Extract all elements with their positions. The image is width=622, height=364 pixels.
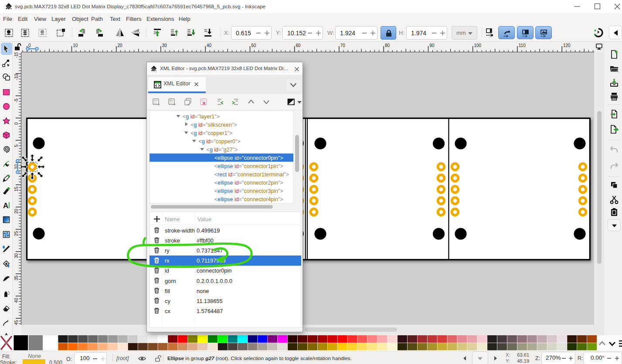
svg-text:5: 5 — [14, 145, 19, 147]
svg-text:<ellipse id="connector4pin">: <ellipse id="connector4pin"> — [214, 196, 283, 202]
svg-text:40: 40 — [14, 298, 19, 303]
svg-text:-15: -15 — [14, 52, 19, 58]
svg-text:30: 30 — [162, 43, 167, 48]
svg-text:120: 120 — [563, 43, 571, 48]
svg-text:<ellipse id="connector3pin">: <ellipse id="connector3pin"> — [214, 188, 283, 194]
svg-text:gorn: gorn — [165, 278, 176, 284]
svg-text:0.499619: 0.499619 — [197, 227, 220, 234]
svg-text:<rect id="connector1terminal">: <rect id="connector1terminal"> — [214, 172, 289, 178]
svg-text:A: A — [3, 202, 8, 210]
svg-text:20: 20 — [118, 43, 123, 48]
svg-text:cy: cy — [165, 298, 170, 304]
svg-text:20: 20 — [14, 209, 19, 214]
svg-text:0.2.0.0.1.0.0.0: 0.2.0.0.1.0.0.0 — [197, 278, 232, 284]
svg-text:70: 70 — [340, 43, 346, 48]
svg-text:45: 45 — [14, 320, 19, 325]
svg-text:30: 30 — [14, 253, 19, 258]
svg-text:stroke-width: stroke-width — [165, 227, 195, 234]
svg-text:110: 110 — [519, 43, 526, 48]
svg-text:100: 100 — [474, 43, 482, 48]
svg-text:90: 90 — [429, 43, 435, 48]
svg-text:<g id="copper1">: <g id="copper1"> — [190, 130, 232, 136]
svg-text:<ellipse id="connector2pin">: <ellipse id="connector2pin"> — [214, 180, 283, 186]
svg-text:-10: -10 — [14, 74, 19, 80]
svg-text:rx: rx — [165, 257, 170, 264]
svg-text:80: 80 — [385, 43, 390, 48]
svg-text:<ellipse id="connector0pin">: <ellipse id="connector0pin"> — [214, 155, 283, 161]
svg-text:60: 60 — [296, 43, 301, 48]
svg-text:stroke: stroke — [165, 237, 180, 244]
svg-text:15: 15 — [14, 186, 19, 192]
svg-text:#ffbf00: #ffbf00 — [197, 237, 214, 244]
svg-text:<>: <> — [154, 102, 157, 104]
svg-text:-5: -5 — [14, 98, 19, 102]
svg-text:50: 50 — [251, 43, 256, 48]
svg-text:0: 0 — [14, 122, 19, 125]
svg-text:25: 25 — [14, 231, 19, 236]
svg-text:35: 35 — [14, 276, 19, 281]
svg-text:none: none — [197, 288, 209, 294]
svg-text:0: 0 — [28, 43, 31, 48]
svg-text:<>: <> — [170, 102, 173, 104]
svg-text:<>: <> — [201, 99, 205, 102]
svg-text:<g id="silkscreen">: <g id="silkscreen"> — [190, 122, 237, 128]
svg-text:<g id="copper0">: <g id="copper0"> — [198, 138, 240, 145]
svg-text:connector0pin: connector0pin — [197, 267, 231, 274]
svg-text:10: 10 — [73, 43, 78, 48]
svg-text:<g id="layer1">: <g id="layer1"> — [183, 114, 220, 120]
svg-text:<g id="g27">: <g id="g27"> — [207, 147, 238, 153]
svg-text:11.138655: 11.138655 — [197, 298, 223, 304]
svg-text:Name: Name — [165, 216, 180, 222]
svg-text:fill: fill — [165, 288, 170, 294]
svg-text:0.7371347: 0.7371347 — [197, 247, 223, 254]
svg-text:<ellipse id="connector1pin">: <ellipse id="connector1pin"> — [214, 163, 283, 169]
svg-text:id: id — [165, 267, 169, 274]
svg-text:40: 40 — [207, 43, 212, 48]
svg-text:1.5764487: 1.5764487 — [197, 308, 223, 314]
svg-text:cx: cx — [165, 308, 170, 314]
svg-text:Value: Value — [197, 216, 211, 222]
svg-text:ry: ry — [165, 247, 170, 254]
svg-text:0.71197969: 0.71197969 — [197, 257, 226, 264]
